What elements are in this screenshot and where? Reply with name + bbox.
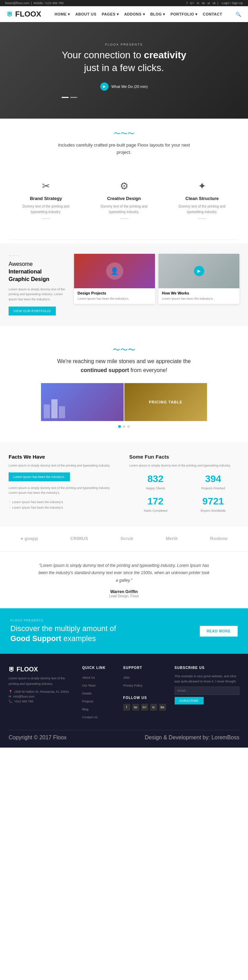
facts-left-text2: Lorem Ipsum is simply dummy text of the … (9, 485, 119, 496)
feature-title-1: Brand Strategy (16, 196, 76, 201)
carousel-image-left (41, 383, 124, 421)
youtube-icon[interactable]: yt (208, 2, 210, 5)
social-links-top: f G+ in tw yt vk | Login / Sign Up (185, 2, 243, 5)
logo-shield-icon: ⛨ (7, 11, 13, 18)
feature-divider-2 (120, 218, 128, 219)
footer-support-jobs: Jobs (123, 674, 166, 680)
milestone-prefix: We're reaching new mile stones and we ap… (57, 358, 191, 364)
footer-be-icon[interactable]: Be (159, 704, 166, 711)
stat-number-3: 172 (129, 496, 182, 507)
portfolio-card-design: 👤 Design Projects Lorem Ipsum has been t… (74, 254, 155, 304)
feature-title-3: Clean Structure (172, 196, 232, 201)
feature-desc-3: Dummy text of the printing and typesetti… (172, 204, 232, 215)
footer-logo-text: FLOOX (17, 666, 38, 673)
nav-about[interactable]: ABOUT US (76, 12, 96, 16)
footer-link-team: Our Team (82, 682, 114, 688)
partner-rosbow: Rosbow (210, 536, 227, 541)
stat-number-1: 832 (129, 473, 182, 484)
fb-icon[interactable]: f (187, 2, 188, 5)
hero-dot-1[interactable] (62, 97, 68, 98)
how-we-works-desc: Lorem Ipsum has been the industry's. (162, 297, 236, 301)
cta-read-more-button[interactable]: READ MORE (200, 626, 238, 636)
design-projects-info: Design Projects Lorem Ipsum has been the… (74, 288, 155, 304)
features-grid: ✂ Brand Strategy Dummy text of the print… (0, 167, 248, 236)
how-we-works-info: How We Works Lorem Ipsum has been the in… (158, 288, 239, 304)
carousel-dot-2[interactable] (123, 425, 125, 428)
works-play-icon[interactable]: ▶ (194, 266, 204, 276)
footer-address: 📍 1500 W Hallon St, Pensacola, FL 32501 (9, 690, 73, 694)
footer-link-details: Details (82, 690, 114, 696)
how-we-works-image: ▶ (158, 254, 239, 288)
footer-about-col: ⛨ FLOOX Lorem Ipsum is simply dummy text… (9, 666, 73, 721)
facts-list-item-1: Lorem Ipsum has been the industry's. (9, 499, 119, 505)
footer-about-desc: Lorem Ipsum is simply dummy text of the … (9, 676, 73, 687)
linkedin-icon[interactable]: in (197, 2, 199, 5)
facts-left: Facts We Have Lorem Ipsum is simply dumm… (9, 454, 119, 513)
footer-tw-icon[interactable]: tw (132, 704, 139, 711)
cta-title-suffix: examples (63, 634, 96, 643)
video-play-button[interactable]: ▶ What We Do (20 min) (100, 83, 148, 91)
milestone-suffix: from everyone! (131, 367, 167, 373)
facts-list-item-2: Lorem Ipsum has been the industry's. (9, 505, 119, 510)
nav-home[interactable]: HOME ▾ (55, 12, 70, 17)
stat-projects-finished: 394 Projects Finished (187, 473, 240, 491)
twitter-icon[interactable]: tw (202, 2, 205, 5)
facts-we-have-title: Facts We Have (9, 454, 119, 460)
carousel-dot-3[interactable] (127, 425, 130, 428)
footer-link-about: About Us (82, 674, 114, 680)
hero-dot-2[interactable] (70, 97, 77, 98)
subscribe-button[interactable]: SUBSCRIBE (175, 697, 204, 705)
portfolio-title-prefix: Awesome (9, 261, 33, 267)
footer-fb-icon[interactable]: f (123, 704, 130, 711)
login-link[interactable]: Login / Sign Up (221, 2, 243, 5)
fun-facts-title: Some Fun Facts (129, 454, 239, 460)
view-portfolio-button[interactable]: VIEW OUR PORTFOLIO (9, 307, 56, 315)
wave-decoration: 〜〜〜 (7, 129, 241, 138)
video-play-overlay: ▶ (158, 254, 239, 288)
nav-addons[interactable]: ADDONS ▾ (124, 12, 145, 17)
footer-subscribe-col: SUBSCRIBE US This example is very great … (175, 666, 239, 721)
partner-scrub: Scrub (120, 536, 133, 541)
email: freein@floox.com (5, 2, 29, 5)
footer-email-input[interactable] (175, 687, 239, 695)
footer-in-icon[interactable]: in (150, 704, 157, 711)
feature-title-2: Creative Design (94, 196, 155, 201)
phone: Mobile: +123 456 789 (34, 2, 64, 5)
google-icon[interactable]: G+ (190, 2, 194, 5)
milestone-section: 〜〜〜 We're reaching new mile stones and w… (0, 326, 248, 442)
feature-desc-1: Dummy text of the printing and typesetti… (16, 204, 76, 215)
carousel-dot-1[interactable] (118, 425, 121, 428)
copyright-text: Copyright © 2017 Floox (9, 735, 66, 741)
partner-merlit: Merlit (166, 536, 178, 541)
design-projects-title: Design Projects (77, 291, 152, 295)
feature-clean-structure: ✦ Clean Structure Dummy text of the prin… (166, 173, 238, 226)
nav-portfolio[interactable]: PORTFOLIO ▾ (171, 12, 198, 17)
portfolio-label-small: 〜〜〜 (9, 254, 67, 258)
hero-section: FLOOX PRESENTS Your connection to creati… (0, 22, 248, 119)
carousel-dots (7, 425, 241, 428)
search-icon[interactable]: 🔍 (235, 12, 241, 17)
vk-icon[interactable]: vk (213, 2, 216, 5)
design-projects-image: 👤 (74, 254, 155, 288)
footer-support-privacy: Privacy Policy (123, 682, 166, 688)
nav-pages[interactable]: PAGES ▾ (102, 12, 119, 17)
footer-gplus-icon[interactable]: G+ (141, 704, 148, 711)
nav-contact[interactable]: CONTACT (203, 12, 222, 16)
cta-presents-label: FLOOX PRESENTS (10, 619, 116, 622)
features-section: 〜〜〜 Includes carefully crafted pre-built… (0, 119, 248, 240)
milestone-wave: 〜〜〜 (7, 340, 241, 357)
carousel-image-right: PRICING TABLE (124, 383, 207, 421)
footer-phone: 📞 +012 456 789 (9, 700, 73, 703)
feature-divider-1 (42, 218, 50, 219)
partners-section: ● goapp CRIMUS Scrub Merlit Rosbow (0, 525, 248, 552)
play-icon: ▶ (100, 83, 109, 91)
cta-title-highlight: Good Support (10, 634, 61, 643)
stat-label-1: Happy Clients (146, 487, 165, 490)
facts-list: Lorem Ipsum has been the industry's. Lor… (9, 499, 119, 510)
stat-happy-clients: 832 Happy Clients (129, 473, 182, 491)
footer-bottom: Copyright © 2017 Floox Design & Developm… (9, 730, 239, 741)
footer-email: ✉ info@floox.com (9, 695, 73, 698)
nav-blog[interactable]: BLOG ▾ (150, 12, 165, 17)
testimonial-text: "Lorem Ipsum is simply dummy text of the… (38, 562, 210, 584)
design-projects-desc: Lorem Ipsum has been the industry's. (77, 297, 152, 301)
